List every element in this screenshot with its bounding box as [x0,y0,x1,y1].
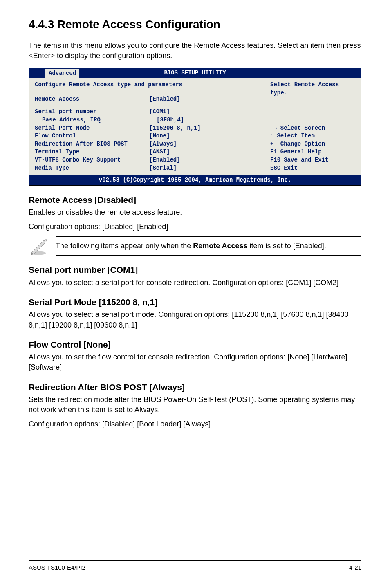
bios-screenshot: BIOS SETUP UTILITY Advanced Configure Re… [29,68,361,186]
bios-value: [Always] [149,140,177,148]
bios-value: [COM1] [149,108,170,116]
bios-panel-header: Configure Remote Access type and paramet… [35,81,259,89]
section-heading: 4.4.3 Remote Access Configuration [29,16,361,32]
note-suffix: item is set to [Enabled]. [248,242,326,250]
subsection-flow-control: Flow Control [None] [29,339,361,350]
nav-key: F10 [270,156,280,164]
bios-left-panel: Configure Remote Access type and paramet… [29,78,265,175]
bios-right-panel: Select Remote Access type. Select Screen… [265,78,361,175]
subsection-serial-port-number: Serial port number [COM1] [29,264,361,276]
bios-value: [Serial] [149,164,177,173]
bios-label: Redirection After BIOS POST [35,140,149,148]
arrow-up-down-icon [270,132,273,140]
bios-label: Media Type [35,164,149,173]
note-block: The following items appear only when the… [29,236,361,256]
nav-save-exit: Save and Exit [284,156,328,164]
body-text: Configuration options: [Disabled] [Boot … [29,419,361,429]
page-footer: ASUS TS100-E4/PI2 4-21 [29,560,361,572]
subsection-redirection-after-post: Redirection After BIOS POST [Always] [29,381,361,393]
bios-label: Base Address, IRQ [35,116,157,124]
bios-row: Serial port number [COM1] [35,108,259,116]
body-text: Allows you to select a serial port for c… [29,278,361,288]
bios-row: Media Type [Serial] [35,164,259,173]
bios-row: Flow Control [None] [35,132,259,140]
bios-value: [Enabled] [149,156,180,164]
bios-footer: v02.58 (C)Copyright 1985-2004, American … [29,175,361,185]
bios-row: Terminal Type [ANSI] [35,148,259,156]
body-text: Enables or disables the remote access fe… [29,207,361,218]
nav-exit: Exit [284,164,298,173]
arrow-left-right-icon [270,124,277,132]
bios-row: Remote Access [Enabled] [35,95,259,103]
nav-key: F1 [270,148,277,156]
subsection-serial-port-mode: Serial Port Mode [115200 8, n,1] [29,296,361,308]
bios-value: [3F8h,4] [157,116,184,124]
note-prefix: The following items appear only when the [56,242,193,250]
body-text: Allows you to set the flow control for c… [29,352,361,373]
note-bold: Remote Access [193,242,247,250]
intro-paragraph: The items in this menu allows you to con… [29,40,361,61]
nav-select-item: Select Item [277,132,314,140]
bios-row: Serial Port Mode [115200 8, n,1] [35,124,259,132]
bios-nav-list: Select Screen Select Item +-Change Optio… [270,124,356,173]
body-text: Configuration options: [Disabled] [Enabl… [29,222,361,232]
bios-tab-advanced: Advanced [45,69,79,78]
nav-general-help: General Help [280,148,322,156]
bios-label: Terminal Type [35,148,149,156]
body-text: Allows you to select a serial port mode.… [29,310,361,330]
bios-label: Serial Port Mode [35,124,149,132]
nav-select-screen: Select Screen [280,124,325,132]
bios-value: [ANSI] [149,148,170,156]
bios-label: Serial port number [35,108,149,116]
subsection-remote-access: Remote Access [Disabled] [29,194,361,206]
bios-row: VT-UTF8 Combo Key Support [Enabled] [35,156,259,164]
nav-key: ESC [270,164,280,173]
pencil-icon [29,236,48,256]
divider [35,91,259,91]
bios-help-text: Select Remote Access type. [270,81,356,97]
bios-value: [115200 8, n,1] [149,124,201,132]
body-text: Sets the redirection mode after the BIOS… [29,395,361,415]
bios-title: BIOS SETUP UTILITY [164,70,226,76]
bios-label: Remote Access [35,95,149,103]
bios-row: Redirection After BIOS POST [Always] [35,140,259,148]
bios-label: Flow Control [35,132,149,140]
note-text: The following items appear only when the… [56,236,361,256]
nav-change-option: Change Option [280,140,325,148]
nav-key: +- [270,140,277,148]
footer-right: 4-21 [349,563,361,572]
bios-value: [Enabled] [149,95,180,103]
bios-title-bar: BIOS SETUP UTILITY Advanced [29,68,361,78]
bios-value: [None] [149,132,170,140]
footer-left: ASUS TS100-E4/PI2 [29,563,85,572]
bios-label: VT-UTF8 Combo Key Support [35,156,149,164]
bios-row: Base Address, IRQ [3F8h,4] [35,116,259,124]
